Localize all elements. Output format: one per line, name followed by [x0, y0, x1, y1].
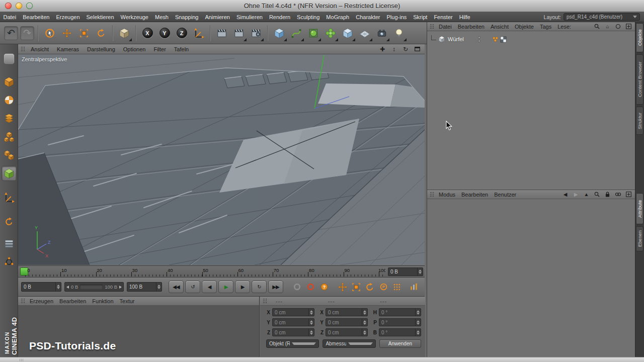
- undo-icon[interactable]: ↶: [4, 26, 18, 40]
- attribute-manager-menu-bearbeiten[interactable]: Bearbeiten: [458, 192, 491, 198]
- main-menu-sculpting[interactable]: Sculpting: [294, 14, 323, 20]
- panel-grip-icon[interactable]: [430, 192, 434, 197]
- palette-plane-stack-icon[interactable]: [2, 236, 17, 251]
- main-menu-charakter[interactable]: Charakter: [353, 14, 383, 20]
- timeline-range-slider[interactable]: 0 B 100 B: [64, 282, 124, 292]
- object-manager-menu-objekte[interactable]: Objekte: [512, 24, 537, 30]
- main-menu-erzeugen[interactable]: Erzeugen: [53, 14, 83, 20]
- add-cube-icon[interactable]: [271, 24, 288, 43]
- autokeying-icon[interactable]: ?: [318, 281, 330, 294]
- goto-start-button[interactable]: ◀◀: [169, 281, 184, 293]
- main-menu-animieren[interactable]: Animieren: [202, 14, 233, 20]
- coord-field-2-p[interactable]: 0 °: [379, 318, 421, 326]
- apply-button[interactable]: Anwenden: [379, 339, 421, 348]
- texture-tag-icon[interactable]: [492, 35, 500, 43]
- environment-icon[interactable]: [356, 24, 373, 43]
- move-tool-icon[interactable]: [58, 24, 75, 43]
- object-manager-menu-tags[interactable]: Tags: [537, 24, 554, 30]
- render-picture-viewer-icon[interactable]: [230, 24, 248, 43]
- last-used-tool-icon[interactable]: [116, 24, 133, 43]
- material-menu-textur[interactable]: Textur: [117, 298, 138, 304]
- side-tab-ebenen[interactable]: Ebenen: [636, 226, 643, 251]
- lock-icon[interactable]: [603, 191, 612, 199]
- coord-field-0-y[interactable]: 0 cm: [272, 318, 314, 326]
- palette-cube-green-icon[interactable]: [2, 166, 17, 181]
- checker-tag-icon[interactable]: [500, 35, 508, 43]
- home-icon[interactable]: ⌂: [603, 23, 612, 31]
- palette-cube-pair-icon[interactable]: [2, 148, 17, 163]
- animation-start-stepper[interactable]: [55, 283, 61, 291]
- main-menu-simulieren[interactable]: Simulieren: [233, 14, 266, 20]
- main-menu-mesh[interactable]: Mesh: [151, 14, 172, 20]
- main-menu-hilfe[interactable]: Hilfe: [456, 14, 473, 20]
- scale-tool-icon[interactable]: [75, 24, 93, 43]
- record-rotation-icon[interactable]: [364, 281, 376, 294]
- main-menu-plug-ins[interactable]: Plug-ins: [383, 14, 410, 20]
- range-right-arrow-icon[interactable]: [118, 286, 123, 289]
- mode-icon[interactable]: ▲: [582, 191, 591, 199]
- main-menu-rendern[interactable]: Rendern: [266, 14, 293, 20]
- palette-pointer-icon[interactable]: [2, 51, 17, 66]
- range-track[interactable]: [80, 285, 103, 289]
- coord-field-1-y[interactable]: 0 cm: [326, 318, 368, 326]
- material-menu-bearbeiten[interactable]: Bearbeiten: [56, 298, 89, 304]
- animation-end-stepper[interactable]: [156, 283, 162, 291]
- viewport-3d-scene[interactable]: Y Z X: [18, 54, 425, 265]
- main-menu-datei[interactable]: Datei: [0, 14, 20, 20]
- search-icon[interactable]: [593, 23, 601, 31]
- timeline-ruler[interactable]: 0102030405060708090100: [18, 266, 385, 277]
- palette-layer-stack-icon[interactable]: [2, 111, 17, 126]
- side-tab-struktur[interactable]: Struktur: [636, 107, 643, 135]
- coord-field-2-b[interactable]: 0 °: [379, 328, 421, 336]
- timeline-frame-field[interactable]: 0 B: [388, 267, 423, 276]
- lock-z-axis-icon[interactable]: Z: [173, 24, 190, 43]
- freehand-spline-icon[interactable]: [288, 24, 305, 43]
- coord-field-0-z[interactable]: 0 cm: [272, 328, 314, 336]
- palette-rotate-icon[interactable]: [2, 214, 17, 229]
- animation-start-field[interactable]: 0 B: [21, 282, 61, 292]
- live-selection-icon[interactable]: [41, 24, 58, 43]
- camera-icon[interactable]: [373, 24, 390, 43]
- lock-x-axis-icon[interactable]: X: [139, 24, 156, 43]
- palette-workplane-icon[interactable]: [2, 190, 17, 205]
- subdivision-surface-icon[interactable]: [305, 24, 322, 43]
- viewport-canvas[interactable]: Y Z X Zentralperspektive: [18, 54, 425, 265]
- zoom-view-icon[interactable]: ↕: [390, 45, 398, 53]
- goto-end-button[interactable]: ▶▶: [268, 281, 283, 293]
- stepper-icon[interactable]: [308, 309, 314, 316]
- stepper-icon[interactable]: [362, 329, 367, 336]
- search-icon[interactable]: [593, 191, 601, 199]
- side-tab-content-browser[interactable]: Content Browser: [636, 54, 643, 105]
- target-icon[interactable]: [614, 23, 622, 31]
- render-settings-icon[interactable]: [248, 24, 265, 43]
- viewport-menu-filter[interactable]: Filter: [149, 46, 170, 52]
- play-loop-button[interactable]: ↻: [252, 281, 267, 293]
- viewport-menu-tafeln[interactable]: Tafeln: [170, 46, 193, 52]
- viewport-menu-kameras[interactable]: Kameras: [53, 46, 83, 52]
- material-menu-funktion[interactable]: Funktion: [89, 298, 116, 304]
- palette-cube-orange-icon[interactable]: [2, 74, 17, 89]
- coord-field-0-x[interactable]: 0 cm: [272, 308, 314, 316]
- lock-y-axis-icon[interactable]: Y: [156, 24, 173, 43]
- pan-view-icon[interactable]: ✚: [378, 45, 386, 53]
- coord-mode-dropdown[interactable]: Objekt (Rel): [266, 339, 319, 348]
- range-left-arrow-icon[interactable]: [65, 286, 70, 289]
- rotate-tool-icon[interactable]: [93, 24, 110, 43]
- viewport-menu-optionen[interactable]: Optionen: [119, 46, 150, 52]
- render-view-icon[interactable]: [213, 24, 230, 43]
- add-panel-icon[interactable]: [624, 191, 633, 199]
- coord-field-1-x[interactable]: 0 cm: [326, 308, 368, 316]
- panel-grip-icon[interactable]: [21, 298, 25, 304]
- object-manager-menu-bearbeiten[interactable]: Bearbeiten: [455, 24, 488, 30]
- redo-icon[interactable]: ↷: [20, 26, 34, 40]
- side-tab-attribute[interactable]: Attribute: [636, 193, 643, 224]
- stepper-icon[interactable]: [415, 319, 421, 326]
- coord-field-1-z[interactable]: 0 cm: [326, 328, 368, 336]
- timeline-frame-stepper[interactable]: [417, 268, 423, 276]
- viewport-menu-darstellung[interactable]: Darstellung: [83, 46, 119, 52]
- main-menu-selektieren[interactable]: Selektieren: [83, 14, 117, 20]
- animation-end-field[interactable]: 100 B: [127, 282, 162, 292]
- panel-grip-icon[interactable]: [263, 298, 267, 304]
- main-menu-fenster[interactable]: Fenster: [431, 14, 456, 20]
- add-panel-icon[interactable]: [624, 23, 633, 31]
